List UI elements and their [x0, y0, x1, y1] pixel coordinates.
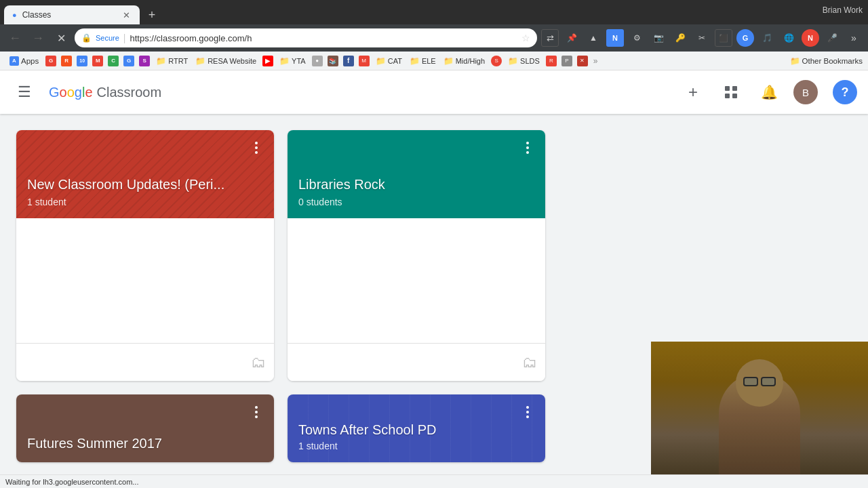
folder-icon-rtrt: 📁 — [156, 56, 166, 66]
folder-icon-slds: 📁 — [508, 56, 518, 66]
status-text: Waiting for lh3.googleusercontent.com... — [5, 478, 138, 486]
apps-grid-button[interactable] — [717, 79, 745, 106]
nav-extra-14[interactable]: 🎤 — [823, 29, 841, 47]
nav-extra-2[interactable]: 📌 — [563, 29, 580, 47]
hamburger-menu[interactable]: ☰ — [11, 79, 38, 106]
star-icon[interactable]: ☆ — [521, 33, 530, 43]
bookmark-9[interactable]: 📚 — [326, 54, 340, 68]
webcam-overlay — [651, 342, 868, 474]
card-subtitle-new-classroom: 1 student — [27, 197, 263, 207]
lock-icon: 🔒 — [81, 33, 92, 43]
class-card-libraries-rock[interactable]: Libraries Rock 0 students 🗂 — [288, 130, 545, 381]
bookmark-folder-ele[interactable]: 📁 ELE — [406, 55, 439, 67]
nav-extra-11[interactable]: 🎵 — [758, 29, 776, 47]
folder-icon-new-classroom[interactable]: 🗂 — [251, 354, 266, 371]
bookmark-2[interactable]: R — [59, 54, 74, 68]
bookmark-folder-slds[interactable]: 📁 SLDS — [505, 55, 543, 67]
card-body-new-classroom — [16, 218, 274, 343]
svg-rect-1 — [732, 86, 737, 91]
nav-extra-7[interactable]: 🔑 — [671, 29, 689, 47]
bookmark-8[interactable]: ● — [310, 54, 325, 68]
card-menu-futures-summer[interactable] — [244, 400, 269, 424]
nav-extra-3[interactable]: ▲ — [585, 29, 602, 47]
card-header-libraries-rock: Libraries Rock 0 students — [288, 130, 545, 218]
card-title-towns: Towns After School PD — [298, 422, 534, 438]
bookmark-folder-midhigh[interactable]: 📁 Mid/High — [440, 55, 488, 67]
card-title-libraries-rock: Libraries Rock — [298, 177, 534, 192]
app-logo[interactable]: Google Classroom — [49, 85, 161, 100]
nav-extra-1[interactable]: ⇄ — [541, 29, 559, 47]
nav-extra-10[interactable]: G — [736, 29, 754, 47]
bookmark-14[interactable]: ✕ — [575, 54, 590, 68]
tab-title: Classes — [22, 10, 115, 20]
bookmark-folder-resa[interactable]: 📁 RESA Website — [192, 55, 260, 67]
tab-favicon: ● — [12, 11, 17, 19]
user-avatar[interactable]: B — [793, 80, 818, 104]
bookmark-3[interactable]: 10 — [75, 54, 90, 68]
help-button[interactable]: ? — [833, 80, 857, 104]
card-title-futures-summer: Futures Summer 2017 — [27, 436, 263, 451]
bookmark-folder-rtrt[interactable]: 📁 RTRT — [153, 55, 191, 67]
folder-icon-libraries-rock[interactable]: 🗂 — [522, 354, 537, 371]
logo-google: Google — [49, 85, 93, 100]
card-header-new-classroom: New Classroom Updates! (Peri... 1 studen… — [16, 130, 274, 218]
card-menu-libraries-rock[interactable] — [515, 136, 540, 160]
tab-bar: ● Classes ✕ + Brian Work — [0, 0, 868, 24]
url-text[interactable]: https://classroom.google.com/h — [130, 33, 518, 43]
nav-extra-9[interactable]: ⬛ — [715, 29, 732, 47]
nav-extra-8[interactable]: ✂ — [693, 29, 711, 47]
bookmark-11[interactable]: S — [489, 54, 504, 68]
more-bookmarks[interactable]: » — [591, 55, 601, 67]
bookmark-10[interactable]: M — [357, 54, 372, 68]
active-tab[interactable]: ● Classes ✕ — [4, 5, 140, 24]
bookmark-folder-yta[interactable]: 📁 YTA — [276, 55, 309, 67]
app-content: ☰ Google Classroom + 🔔 B ? — [0, 70, 868, 488]
folder-icon-resa: 📁 — [195, 56, 205, 66]
reload-button[interactable]: ✕ — [52, 28, 71, 47]
card-title-new-classroom: New Classroom Updates! (Peri... — [27, 177, 263, 192]
nav-extra-13[interactable]: N — [802, 29, 819, 47]
bookmark-7[interactable]: S — [137, 54, 152, 68]
folder-icon-yta: 📁 — [279, 56, 290, 66]
address-bar[interactable]: 🔒 Secure | https://classroom.google.com/… — [75, 28, 537, 47]
nav-extra-6[interactable]: 📷 — [650, 29, 667, 47]
bookmark-6[interactable]: G — [121, 54, 136, 68]
notifications-button[interactable]: 🔔 — [755, 79, 783, 106]
card-menu-new-classroom[interactable] — [244, 136, 269, 160]
card-menu-towns[interactable] — [515, 400, 540, 424]
bookmark-fb[interactable]: f — [341, 54, 356, 68]
bookmark-apps[interactable]: A Apps — [5, 55, 43, 67]
nav-extra-12[interactable]: 🌐 — [780, 29, 797, 47]
app-header: ☰ Google Classroom + 🔔 B ? — [0, 70, 868, 114]
bookmark-12[interactable]: R — [544, 54, 559, 68]
back-button[interactable]: ← — [5, 28, 24, 47]
card-header-futures-summer: Futures Summer 2017 — [16, 394, 274, 462]
url-divider: | — [123, 33, 126, 43]
class-card-futures-summer[interactable]: Futures Summer 2017 — [16, 394, 274, 462]
bookmark-yt[interactable]: ▶ — [260, 54, 275, 68]
class-card-towns-after-school[interactable]: Towns After School PD 1 student — [288, 394, 545, 462]
card-footer-libraries-rock: 🗂 — [288, 343, 545, 381]
forward-button[interactable]: → — [28, 28, 47, 47]
nav-bar: ← → ✕ 🔒 Secure | https://classroom.googl… — [0, 24, 868, 52]
bookmark-4[interactable]: M — [90, 54, 105, 68]
bookmark-1[interactable]: G — [43, 54, 58, 68]
svg-rect-3 — [732, 94, 737, 98]
nav-extra-4[interactable]: N — [606, 29, 624, 47]
webcam-video — [651, 342, 868, 474]
tab-close-icon[interactable]: ✕ — [121, 9, 132, 20]
bookmark-13[interactable]: P — [559, 54, 574, 68]
bookmark-folder-cat[interactable]: 📁 CAT — [372, 55, 406, 67]
class-card-new-classroom-updates[interactable]: New Classroom Updates! (Peri... 1 studen… — [16, 130, 274, 381]
bookmark-5[interactable]: C — [106, 54, 121, 68]
nav-extra-5[interactable]: ⚙ — [628, 29, 646, 47]
svg-rect-2 — [725, 94, 730, 98]
card-body-libraries-rock — [288, 218, 545, 343]
other-bookmarks[interactable]: 📁 Other Bookmarks — [790, 56, 863, 66]
bookmarks-bar: A Apps G R 10 M C G S 📁 RTRT 📁 — [0, 52, 868, 70]
add-class-button[interactable]: + — [679, 79, 707, 106]
nav-more-button[interactable]: » — [845, 29, 863, 47]
svg-rect-0 — [725, 86, 730, 91]
folder-icon-midhigh: 📁 — [443, 56, 454, 66]
new-tab-button[interactable]: + — [142, 5, 161, 24]
